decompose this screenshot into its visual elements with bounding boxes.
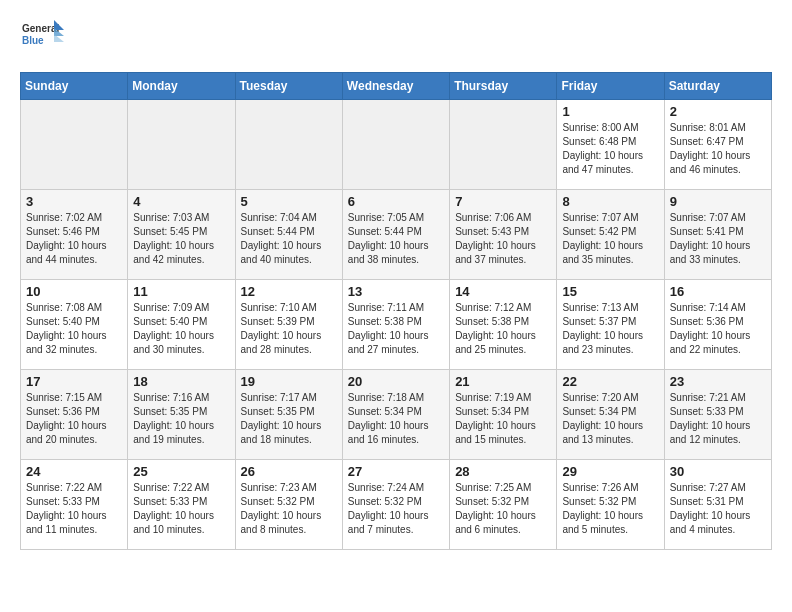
calendar-cell: 7Sunrise: 7:06 AM Sunset: 5:43 PM Daylig… bbox=[450, 190, 557, 280]
calendar-cell: 16Sunrise: 7:14 AM Sunset: 5:36 PM Dayli… bbox=[664, 280, 771, 370]
day-number: 12 bbox=[241, 284, 337, 299]
day-number: 28 bbox=[455, 464, 551, 479]
calendar-cell: 21Sunrise: 7:19 AM Sunset: 5:34 PM Dayli… bbox=[450, 370, 557, 460]
calendar-cell: 6Sunrise: 7:05 AM Sunset: 5:44 PM Daylig… bbox=[342, 190, 449, 280]
calendar-cell: 10Sunrise: 7:08 AM Sunset: 5:40 PM Dayli… bbox=[21, 280, 128, 370]
calendar-cell bbox=[128, 100, 235, 190]
day-info: Sunrise: 7:04 AM Sunset: 5:44 PM Dayligh… bbox=[241, 211, 337, 267]
day-number: 26 bbox=[241, 464, 337, 479]
day-number: 8 bbox=[562, 194, 658, 209]
day-number: 9 bbox=[670, 194, 766, 209]
day-info: Sunrise: 7:11 AM Sunset: 5:38 PM Dayligh… bbox=[348, 301, 444, 357]
day-info: Sunrise: 7:19 AM Sunset: 5:34 PM Dayligh… bbox=[455, 391, 551, 447]
day-info: Sunrise: 7:08 AM Sunset: 5:40 PM Dayligh… bbox=[26, 301, 122, 357]
week-row-3: 10Sunrise: 7:08 AM Sunset: 5:40 PM Dayli… bbox=[21, 280, 772, 370]
svg-text:General: General bbox=[22, 23, 59, 34]
day-info: Sunrise: 7:21 AM Sunset: 5:33 PM Dayligh… bbox=[670, 391, 766, 447]
day-number: 3 bbox=[26, 194, 122, 209]
day-number: 13 bbox=[348, 284, 444, 299]
day-info: Sunrise: 7:09 AM Sunset: 5:40 PM Dayligh… bbox=[133, 301, 229, 357]
calendar-cell: 9Sunrise: 7:07 AM Sunset: 5:41 PM Daylig… bbox=[664, 190, 771, 280]
day-number: 16 bbox=[670, 284, 766, 299]
day-number: 30 bbox=[670, 464, 766, 479]
week-row-5: 24Sunrise: 7:22 AM Sunset: 5:33 PM Dayli… bbox=[21, 460, 772, 550]
calendar-cell: 3Sunrise: 7:02 AM Sunset: 5:46 PM Daylig… bbox=[21, 190, 128, 280]
day-info: Sunrise: 8:01 AM Sunset: 6:47 PM Dayligh… bbox=[670, 121, 766, 177]
day-number: 1 bbox=[562, 104, 658, 119]
calendar-cell: 22Sunrise: 7:20 AM Sunset: 5:34 PM Dayli… bbox=[557, 370, 664, 460]
week-row-4: 17Sunrise: 7:15 AM Sunset: 5:36 PM Dayli… bbox=[21, 370, 772, 460]
weekday-header-wednesday: Wednesday bbox=[342, 73, 449, 100]
calendar-cell: 1Sunrise: 8:00 AM Sunset: 6:48 PM Daylig… bbox=[557, 100, 664, 190]
day-number: 11 bbox=[133, 284, 229, 299]
day-number: 5 bbox=[241, 194, 337, 209]
day-info: Sunrise: 7:24 AM Sunset: 5:32 PM Dayligh… bbox=[348, 481, 444, 537]
calendar-cell: 15Sunrise: 7:13 AM Sunset: 5:37 PM Dayli… bbox=[557, 280, 664, 370]
day-number: 2 bbox=[670, 104, 766, 119]
day-info: Sunrise: 7:23 AM Sunset: 5:32 PM Dayligh… bbox=[241, 481, 337, 537]
day-number: 29 bbox=[562, 464, 658, 479]
day-info: Sunrise: 7:27 AM Sunset: 5:31 PM Dayligh… bbox=[670, 481, 766, 537]
calendar-cell bbox=[342, 100, 449, 190]
day-info: Sunrise: 7:18 AM Sunset: 5:34 PM Dayligh… bbox=[348, 391, 444, 447]
calendar-cell: 13Sunrise: 7:11 AM Sunset: 5:38 PM Dayli… bbox=[342, 280, 449, 370]
calendar-cell: 17Sunrise: 7:15 AM Sunset: 5:36 PM Dayli… bbox=[21, 370, 128, 460]
calendar-cell: 12Sunrise: 7:10 AM Sunset: 5:39 PM Dayli… bbox=[235, 280, 342, 370]
svg-text:Blue: Blue bbox=[22, 35, 44, 46]
day-number: 15 bbox=[562, 284, 658, 299]
calendar-cell bbox=[235, 100, 342, 190]
weekday-header-sunday: Sunday bbox=[21, 73, 128, 100]
day-info: Sunrise: 7:25 AM Sunset: 5:32 PM Dayligh… bbox=[455, 481, 551, 537]
weekday-header-monday: Monday bbox=[128, 73, 235, 100]
day-info: Sunrise: 7:20 AM Sunset: 5:34 PM Dayligh… bbox=[562, 391, 658, 447]
day-info: Sunrise: 7:15 AM Sunset: 5:36 PM Dayligh… bbox=[26, 391, 122, 447]
calendar-cell: 11Sunrise: 7:09 AM Sunset: 5:40 PM Dayli… bbox=[128, 280, 235, 370]
day-number: 17 bbox=[26, 374, 122, 389]
calendar-cell: 29Sunrise: 7:26 AM Sunset: 5:32 PM Dayli… bbox=[557, 460, 664, 550]
calendar-cell: 28Sunrise: 7:25 AM Sunset: 5:32 PM Dayli… bbox=[450, 460, 557, 550]
calendar-cell: 4Sunrise: 7:03 AM Sunset: 5:45 PM Daylig… bbox=[128, 190, 235, 280]
day-info: Sunrise: 7:02 AM Sunset: 5:46 PM Dayligh… bbox=[26, 211, 122, 267]
calendar-cell: 19Sunrise: 7:17 AM Sunset: 5:35 PM Dayli… bbox=[235, 370, 342, 460]
day-number: 7 bbox=[455, 194, 551, 209]
day-number: 20 bbox=[348, 374, 444, 389]
weekday-header-friday: Friday bbox=[557, 73, 664, 100]
calendar-cell: 30Sunrise: 7:27 AM Sunset: 5:31 PM Dayli… bbox=[664, 460, 771, 550]
day-info: Sunrise: 7:14 AM Sunset: 5:36 PM Dayligh… bbox=[670, 301, 766, 357]
day-number: 4 bbox=[133, 194, 229, 209]
day-number: 21 bbox=[455, 374, 551, 389]
day-info: Sunrise: 7:05 AM Sunset: 5:44 PM Dayligh… bbox=[348, 211, 444, 267]
day-info: Sunrise: 7:22 AM Sunset: 5:33 PM Dayligh… bbox=[26, 481, 122, 537]
day-number: 22 bbox=[562, 374, 658, 389]
day-info: Sunrise: 7:07 AM Sunset: 5:41 PM Dayligh… bbox=[670, 211, 766, 267]
logo: General Blue bbox=[20, 16, 64, 60]
calendar-cell: 23Sunrise: 7:21 AM Sunset: 5:33 PM Dayli… bbox=[664, 370, 771, 460]
day-number: 27 bbox=[348, 464, 444, 479]
day-info: Sunrise: 7:10 AM Sunset: 5:39 PM Dayligh… bbox=[241, 301, 337, 357]
day-info: Sunrise: 7:17 AM Sunset: 5:35 PM Dayligh… bbox=[241, 391, 337, 447]
week-row-2: 3Sunrise: 7:02 AM Sunset: 5:46 PM Daylig… bbox=[21, 190, 772, 280]
calendar-cell: 25Sunrise: 7:22 AM Sunset: 5:33 PM Dayli… bbox=[128, 460, 235, 550]
day-number: 6 bbox=[348, 194, 444, 209]
calendar-cell: 18Sunrise: 7:16 AM Sunset: 5:35 PM Dayli… bbox=[128, 370, 235, 460]
day-info: Sunrise: 8:00 AM Sunset: 6:48 PM Dayligh… bbox=[562, 121, 658, 177]
calendar-cell: 24Sunrise: 7:22 AM Sunset: 5:33 PM Dayli… bbox=[21, 460, 128, 550]
calendar-cell: 26Sunrise: 7:23 AM Sunset: 5:32 PM Dayli… bbox=[235, 460, 342, 550]
day-info: Sunrise: 7:12 AM Sunset: 5:38 PM Dayligh… bbox=[455, 301, 551, 357]
calendar-cell: 14Sunrise: 7:12 AM Sunset: 5:38 PM Dayli… bbox=[450, 280, 557, 370]
day-info: Sunrise: 7:16 AM Sunset: 5:35 PM Dayligh… bbox=[133, 391, 229, 447]
weekday-header-thursday: Thursday bbox=[450, 73, 557, 100]
day-number: 25 bbox=[133, 464, 229, 479]
weekday-header-row: SundayMondayTuesdayWednesdayThursdayFrid… bbox=[21, 73, 772, 100]
day-info: Sunrise: 7:22 AM Sunset: 5:33 PM Dayligh… bbox=[133, 481, 229, 537]
week-row-1: 1Sunrise: 8:00 AM Sunset: 6:48 PM Daylig… bbox=[21, 100, 772, 190]
day-number: 23 bbox=[670, 374, 766, 389]
calendar-cell: 5Sunrise: 7:04 AM Sunset: 5:44 PM Daylig… bbox=[235, 190, 342, 280]
calendar-cell: 8Sunrise: 7:07 AM Sunset: 5:42 PM Daylig… bbox=[557, 190, 664, 280]
calendar-cell bbox=[450, 100, 557, 190]
logo-icon: General Blue bbox=[20, 16, 64, 60]
calendar-cell bbox=[21, 100, 128, 190]
svg-marker-2 bbox=[54, 20, 64, 30]
weekday-header-tuesday: Tuesday bbox=[235, 73, 342, 100]
page-header: General Blue bbox=[20, 16, 772, 60]
